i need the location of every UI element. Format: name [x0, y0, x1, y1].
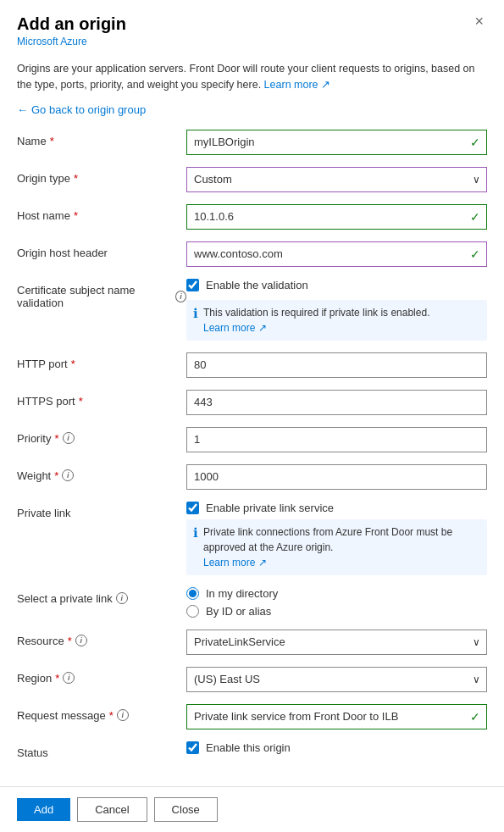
description-learn-more-link[interactable]: Learn more ↗	[264, 79, 330, 91]
origin-type-select[interactable]: Custom	[186, 167, 487, 192]
private-link-radio-group: In my directory By ID or alias	[186, 587, 487, 618]
dialog-footer: Add Cancel Close	[0, 786, 504, 832]
name-required: *	[50, 135, 54, 147]
cert-row: Certificate subject name validation i En…	[17, 279, 487, 341]
select-private-link-info-icon[interactable]: i	[116, 592, 128, 604]
request-message-label: Request message * i	[17, 704, 186, 722]
cert-info-icon[interactable]: i	[175, 291, 186, 302]
priority-required: *	[54, 432, 58, 445]
host-name-row: Host name * ✓	[17, 204, 487, 230]
https-port-label: HTTPS port *	[17, 390, 186, 408]
radio-by-id-row: By ID or alias	[186, 605, 487, 618]
request-message-required: *	[109, 709, 114, 722]
http-port-required: *	[71, 358, 75, 370]
origin-type-label: Origin type *	[17, 167, 186, 185]
name-input[interactable]	[186, 130, 487, 155]
https-port-control	[186, 390, 487, 415]
origin-host-header-label: Origin host header	[17, 241, 186, 259]
name-row: Name * ✓	[17, 130, 487, 155]
back-link[interactable]: ← Go back to origin group	[17, 103, 487, 116]
region-required: *	[55, 672, 59, 685]
dialog-body: Origins are your application servers. Fr…	[0, 54, 504, 779]
cert-control: Enable the validation ℹ This validation …	[186, 279, 487, 341]
cancel-button[interactable]: Cancel	[77, 797, 147, 822]
weight-info-icon[interactable]: i	[62, 469, 74, 481]
select-private-link-control: In my directory By ID or alias	[186, 587, 487, 618]
description-text: Origins are your application servers. Fr…	[17, 61, 487, 93]
weight-required: *	[54, 469, 58, 482]
priority-control	[186, 427, 487, 452]
request-message-input-wrap: ✓	[186, 704, 487, 729]
region-select[interactable]: (US) East US	[186, 667, 487, 692]
cert-checkbox[interactable]	[186, 279, 199, 291]
cert-label: Certificate subject name validation i	[17, 279, 186, 309]
radio-in-directory[interactable]	[186, 587, 199, 600]
priority-info-icon[interactable]: i	[63, 432, 75, 444]
add-button[interactable]: Add	[17, 798, 70, 821]
cert-info-box-icon: ℹ	[193, 306, 198, 321]
resource-info-icon[interactable]: i	[75, 635, 87, 646]
select-private-link-row: Select a private link i In my directory …	[17, 587, 487, 618]
resource-control: PrivateLinkService ∨	[186, 630, 487, 655]
origin-type-required: *	[74, 172, 78, 185]
region-info-icon[interactable]: i	[63, 672, 75, 684]
weight-row: Weight * i	[17, 464, 487, 490]
region-row: Region * i (US) East US ∨	[17, 667, 487, 692]
origin-host-header-check-icon: ✓	[470, 247, 480, 261]
radio-by-id[interactable]	[186, 605, 199, 618]
private-link-row: Private link Enable private link service…	[17, 502, 487, 575]
resource-row: Resource * i PrivateLinkService ∨	[17, 630, 487, 655]
cert-info-box: ℹ This validation is required if private…	[186, 300, 487, 341]
request-message-control: ✓	[186, 704, 487, 729]
name-input-wrap: ✓	[186, 130, 487, 155]
private-link-checkbox-row: Enable private link service	[186, 502, 487, 514]
http-port-input[interactable]	[186, 352, 487, 378]
radio-in-directory-row: In my directory	[186, 587, 487, 600]
dialog-title: Add an origin	[17, 14, 126, 34]
host-name-input[interactable]	[186, 204, 487, 230]
dialog-subtitle: Microsoft Azure	[17, 36, 126, 47]
https-port-input[interactable]	[186, 390, 487, 415]
close-button[interactable]: Close	[154, 797, 218, 822]
host-name-input-wrap: ✓	[186, 204, 487, 230]
request-message-input[interactable]	[186, 704, 487, 729]
private-link-checkbox[interactable]	[186, 502, 199, 514]
https-port-row: HTTPS port *	[17, 390, 487, 415]
weight-label: Weight * i	[17, 464, 186, 482]
priority-input[interactable]	[186, 427, 487, 452]
region-label: Region * i	[17, 667, 186, 685]
http-port-label: HTTP port *	[17, 352, 186, 370]
host-name-check-icon: ✓	[470, 210, 480, 224]
origin-type-control: Custom ∨	[186, 167, 487, 192]
name-check-icon: ✓	[470, 136, 480, 149]
host-name-required: *	[74, 209, 78, 222]
http-port-row: HTTP port *	[17, 352, 487, 378]
resource-required: *	[68, 635, 72, 647]
origin-host-header-row: Origin host header ✓	[17, 241, 487, 267]
dialog-header: Add an origin Microsoft Azure ×	[0, 0, 504, 54]
request-message-info-icon[interactable]: i	[117, 709, 129, 721]
cert-learn-more-link[interactable]: Learn more ↗	[203, 322, 267, 334]
https-port-required: *	[79, 395, 83, 408]
weight-input[interactable]	[186, 464, 487, 490]
private-link-info-icon: ℹ	[193, 525, 198, 541]
request-message-row: Request message * i ✓	[17, 704, 487, 729]
weight-control	[186, 464, 487, 490]
cert-info-box-text: This validation is required if private l…	[203, 305, 429, 336]
radio-in-directory-label: In my directory	[206, 587, 278, 600]
origin-host-header-input[interactable]	[186, 241, 487, 267]
status-row: Status Enable this origin	[17, 741, 487, 759]
status-checkbox[interactable]	[186, 741, 199, 754]
dialog-close-button[interactable]: ×	[471, 14, 487, 29]
private-link-learn-more-link[interactable]: Learn more ↗	[203, 557, 267, 569]
status-label: Status	[17, 741, 186, 759]
resource-select[interactable]: PrivateLinkService	[186, 630, 487, 655]
status-control: Enable this origin	[186, 741, 487, 754]
http-port-control	[186, 352, 487, 378]
select-private-link-label: Select a private link i	[17, 587, 186, 605]
origin-host-header-input-wrap: ✓	[186, 241, 487, 267]
region-select-wrap: (US) East US ∨	[186, 667, 487, 692]
region-control: (US) East US ∨	[186, 667, 487, 692]
priority-label: Priority * i	[17, 427, 186, 445]
cert-checkbox-label: Enable the validation	[206, 279, 308, 291]
